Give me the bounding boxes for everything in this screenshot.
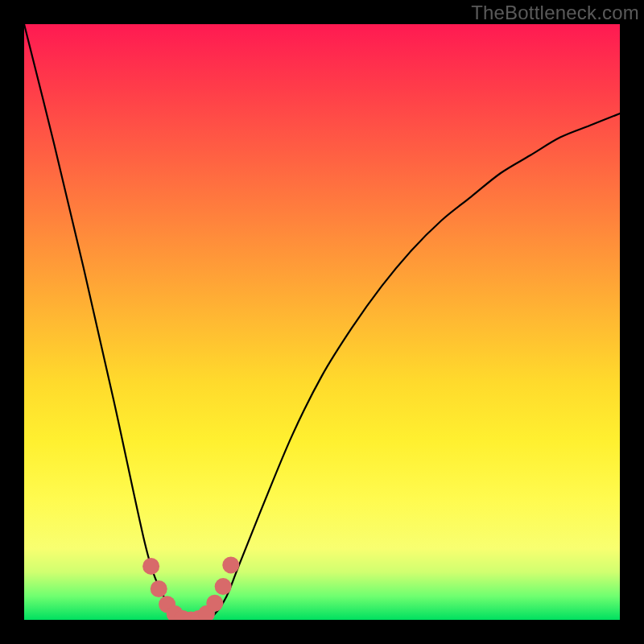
svg-point-9: [215, 578, 232, 595]
svg-point-1: [151, 580, 167, 597]
watermark-text: TheBottleneck.com: [471, 2, 639, 24]
chart-frame: TheBottleneck.com: [0, 0, 644, 644]
svg-point-0: [142, 558, 159, 575]
bottleneck-curve: [24, 24, 620, 620]
svg-point-10: [222, 556, 239, 573]
svg-point-8: [206, 595, 223, 612]
plot-svg: [24, 24, 620, 620]
optimal-range-markers: [142, 556, 239, 620]
plot-area: [24, 24, 620, 620]
